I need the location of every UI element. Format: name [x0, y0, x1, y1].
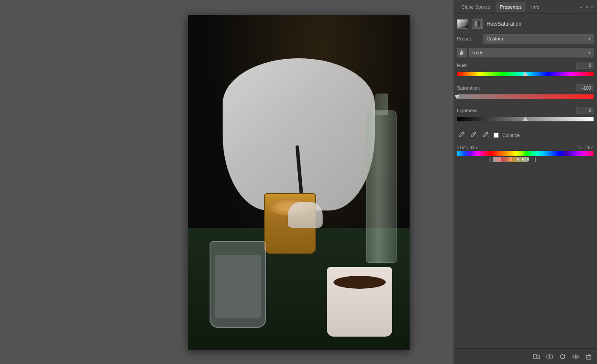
tab-info[interactable]: Info — [527, 2, 544, 12]
photo-frame — [188, 15, 410, 350]
svg-point-13 — [549, 355, 553, 358]
hue-value[interactable]: 0 — [576, 62, 594, 69]
add-eyedropper-button[interactable]: + — [469, 130, 479, 139]
lightness-track — [457, 117, 594, 121]
hue-label: Hue: — [457, 63, 467, 68]
svg-text:-: - — [488, 134, 490, 137]
bottle — [366, 110, 397, 263]
hue-section: Hue: 0 — [457, 62, 594, 79]
lightness-value[interactable]: 0 — [576, 107, 594, 114]
hue-track — [457, 72, 594, 76]
panel-back-icon[interactable]: « — [580, 4, 583, 10]
svg-rect-10 — [537, 356, 540, 359]
delete-icon[interactable] — [584, 352, 594, 361]
coffee-mug — [327, 267, 392, 337]
visibility-icon[interactable] — [571, 352, 580, 361]
subtract-eyedropper-button[interactable]: - — [481, 130, 491, 139]
panel-menu-icon[interactable]: ≡ — [591, 4, 594, 10]
svg-rect-18 — [587, 355, 591, 359]
lightness-label-row: Lightness: 0 — [457, 107, 594, 114]
adjustment-type-icon[interactable] — [472, 19, 483, 29]
panel-footer — [454, 348, 597, 364]
lightness-slider-container[interactable] — [457, 115, 594, 124]
colorize-checkbox[interactable] — [494, 133, 499, 138]
properties-panel: Clone Source Properties Info « × ≡ — [454, 0, 597, 364]
range-left-label: 315° / 345° — [457, 145, 479, 150]
expand-icon[interactable] — [532, 352, 541, 361]
hand — [288, 202, 323, 228]
preset-select-wrapper: Custom Default Cyanotype Increase Satura… — [484, 34, 594, 43]
colorize-row: Colorize — [494, 133, 520, 138]
panel-header: Clone Source Properties Info « × ≡ — [454, 0, 597, 14]
panel-tabs: Clone Source Properties Info — [457, 2, 544, 12]
tab-clone-source[interactable]: Clone Source — [457, 2, 495, 12]
clip-icon[interactable] — [545, 352, 554, 361]
lightness-section: Lightness: 0 — [457, 107, 594, 124]
lightness-label: Lightness: — [457, 108, 479, 113]
photo-background — [188, 15, 410, 350]
preset-select[interactable]: Custom Default Cyanotype Increase Satura… — [484, 34, 594, 43]
eyedropper-row: + - — [457, 130, 491, 139]
saturation-track — [457, 94, 594, 99]
person-shirt — [223, 58, 375, 210]
panel-body: Hue/Saturation Preset: Custom Default Cy… — [454, 14, 597, 348]
color-range-section: 315° / 345° 15° / 45° — [457, 145, 594, 162]
hand-tool-button[interactable] — [457, 48, 467, 57]
svg-rect-1 — [461, 23, 464, 25]
saturation-slider-container[interactable] — [457, 92, 594, 101]
svg-text:+: + — [476, 134, 477, 137]
hue-label-row: Hue: 0 — [457, 62, 594, 69]
hue-slider-container[interactable] — [457, 70, 594, 78]
colorize-label[interactable]: Colorize — [502, 133, 520, 138]
range-handle-2[interactable] — [517, 157, 520, 161]
tab-properties[interactable]: Properties — [496, 2, 526, 12]
svg-marker-15 — [564, 354, 565, 356]
channel-select-wrapper: Reds Master Yellows Greens Cyans Blues M… — [469, 48, 594, 57]
range-marker-1 — [490, 157, 490, 162]
preset-label: Preset: — [457, 36, 481, 41]
saturation-label-row: Saturation: -100 — [457, 84, 594, 91]
range-right-label: 15° / 45° — [577, 145, 594, 150]
saturation-label: Saturation: — [457, 85, 480, 90]
adjustment-title: Hue/Saturation — [487, 21, 521, 27]
panel-header-icons: « × ≡ — [580, 4, 594, 10]
reset-icon[interactable] — [558, 352, 567, 361]
preset-row: Preset: Custom Default Cyanotype Increas… — [457, 34, 594, 43]
sample-eyedropper-button[interactable] — [457, 130, 467, 139]
channel-row: Reds Master Yellows Greens Cyans Blues M… — [457, 48, 594, 57]
saturation-thumb[interactable] — [454, 95, 460, 99]
layers-icon-button[interactable] — [457, 19, 468, 29]
range-handle-4[interactable] — [527, 157, 529, 161]
lightness-thumb[interactable] — [523, 117, 528, 121]
panel-close-icon[interactable]: × — [585, 4, 588, 10]
svg-line-7 — [486, 133, 487, 134]
svg-line-4 — [462, 133, 464, 134]
svg-rect-2 — [475, 21, 477, 27]
svg-rect-3 — [477, 21, 480, 27]
range-handle-3[interactable] — [521, 157, 524, 161]
gray-glass — [210, 241, 266, 328]
spectrum-bar — [457, 151, 594, 156]
svg-rect-9 — [534, 354, 536, 359]
svg-line-5 — [474, 133, 475, 134]
saturation-value[interactable]: -100 — [576, 84, 594, 91]
range-labels-row: 315° / 345° 15° / 45° — [457, 145, 594, 150]
eyedropper-colorize-row: + - Colorize — [457, 130, 594, 139]
channel-select[interactable]: Reds Master Yellows Greens Cyans Blues M… — [469, 48, 594, 57]
range-marker-bar — [457, 157, 594, 162]
adjustment-title-row: Hue/Saturation — [457, 17, 594, 30]
svg-point-17 — [575, 355, 577, 357]
range-marker-2 — [535, 157, 536, 162]
hue-thumb[interactable] — [523, 71, 528, 76]
saturation-section: Saturation: -100 — [457, 84, 594, 102]
